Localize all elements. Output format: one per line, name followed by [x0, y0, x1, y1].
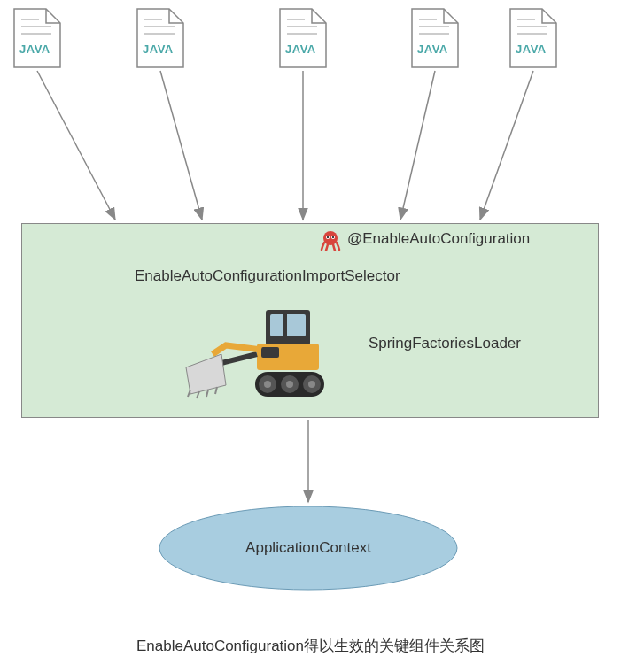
java-file-5: JAVA: [508, 7, 558, 69]
selector-label: EnableAutoConfigurationImportSelector: [135, 267, 400, 285]
java-file-label: JAVA: [417, 42, 448, 56]
java-file-label: JAVA: [516, 42, 547, 56]
java-file-4: JAVA: [410, 7, 460, 69]
java-file-label: JAVA: [285, 42, 316, 56]
diagram-caption: EnableAutoConfiguration得以生效的关键组件关系图: [136, 636, 485, 656]
svg-point-19: [332, 236, 334, 238]
annotation-label: @EnableAutoConfiguration: [347, 230, 530, 248]
svg-line-37: [480, 71, 533, 220]
svg-rect-24: [261, 347, 279, 358]
java-file-1: JAVA: [12, 7, 62, 69]
java-file-2: JAVA: [136, 7, 185, 69]
loader-label: SpringFactoriesLoader: [369, 335, 521, 352]
svg-line-33: [37, 71, 115, 220]
svg-line-34: [160, 71, 202, 220]
context-ellipse: ApplicationContext: [158, 505, 459, 591]
svg-point-18: [327, 236, 329, 238]
bulldozer-icon: [177, 301, 345, 407]
java-file-3: JAVA: [278, 7, 328, 69]
java-file-label: JAVA: [143, 42, 174, 56]
svg-point-31: [308, 381, 315, 388]
java-file-label: JAVA: [19, 42, 50, 56]
svg-point-30: [286, 381, 293, 388]
octopus-icon: [319, 228, 342, 257]
svg-rect-21: [270, 314, 306, 336]
svg-rect-22: [283, 314, 287, 336]
svg-point-15: [323, 231, 338, 245]
svg-line-36: [400, 71, 435, 220]
svg-point-29: [264, 381, 271, 388]
context-label: ApplicationContext: [245, 539, 371, 557]
